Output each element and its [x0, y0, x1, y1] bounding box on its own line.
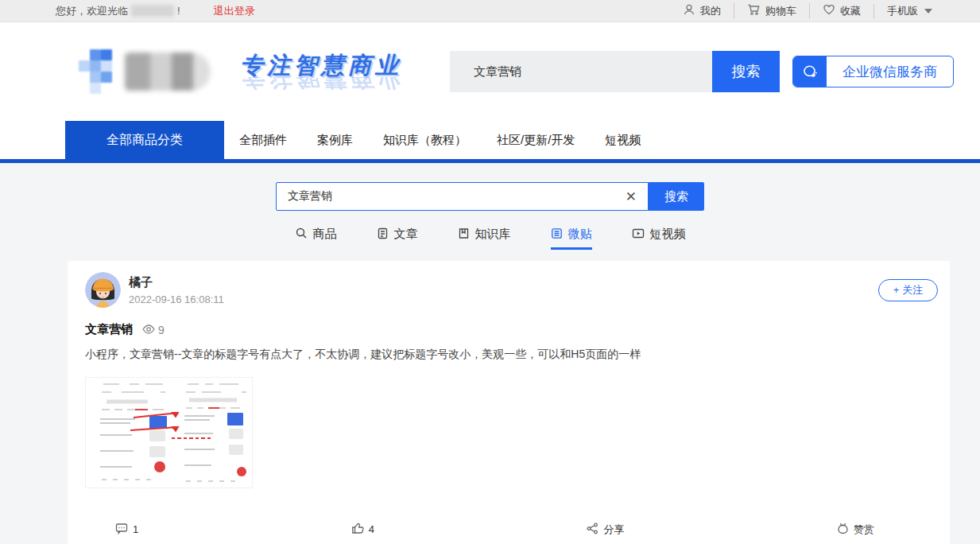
result-search-button[interactable]: 搜索 [649, 182, 704, 211]
wecom-service-badge[interactable]: 企业微信服务商 [792, 56, 954, 87]
clear-search-icon[interactable]: ✕ [614, 188, 648, 205]
cart-link[interactable]: 购物车 [734, 3, 809, 18]
welcome-message: 您好，欢迎光临 ! [56, 4, 180, 18]
post-card: 橘子 2022-09-16 16:08:11 + 关注 文章营销 9 小程序，文… [68, 261, 950, 544]
comment-button[interactable]: 1 [115, 522, 138, 537]
tab-microposts[interactable]: 微贴 [551, 227, 592, 250]
nav-community[interactable]: 社区/更新/开发 [482, 121, 590, 159]
share-button[interactable]: 分享 [587, 522, 624, 537]
post-image-thumbnail[interactable] [85, 377, 253, 488]
nav-cases[interactable]: 案例库 [302, 121, 368, 159]
list-icon [551, 227, 563, 242]
nav-knowledge[interactable]: 知识库（教程） [368, 121, 482, 159]
site-header: 专注智慧商业 专注智慧商业 搜索 企业微信服务商 [0, 22, 980, 121]
avatar[interactable] [85, 272, 121, 308]
book-icon [458, 227, 470, 242]
nav-short-video[interactable]: 短视频 [590, 121, 656, 159]
thumbs-up-icon [351, 522, 364, 537]
share-icon [587, 523, 598, 537]
slogan-reflection: 专注智慧商业 [240, 77, 402, 90]
main-nav: 全部商品分类 全部插件 案例库 知识库（教程） 社区/更新/开发 短视频 [0, 121, 980, 159]
result-search-input[interactable] [277, 190, 614, 203]
content-area: ✕ 搜索 商品 文章 知识库 [0, 163, 980, 544]
welcome-text: 您好，欢迎光临 [56, 4, 128, 18]
header-search-button[interactable]: 搜索 [712, 51, 780, 92]
article-icon [377, 227, 389, 242]
site-logo[interactable] [76, 45, 215, 98]
result-search-row: ✕ 搜索 [0, 182, 980, 211]
blurred-username [131, 5, 174, 17]
logout-link[interactable]: 退出登录 [214, 4, 255, 18]
favorites-link[interactable]: 收藏 [809, 3, 873, 18]
wecom-chat-icon [793, 56, 827, 87]
cart-icon [747, 3, 761, 18]
comment-icon [115, 523, 128, 537]
post-body: 小程序，文章营销--文章的标题字号有点大了，不太协调，建议把标题字号改小，美观一… [85, 345, 938, 363]
video-icon [632, 227, 645, 242]
welcome-suffix: ! [177, 5, 180, 17]
slogan: 专注智慧商业 专注智慧商业 [240, 54, 402, 90]
mobile-version-menu[interactable]: 手机版 [873, 4, 932, 18]
user-icon [683, 3, 695, 18]
reward-pouch-icon [837, 522, 849, 537]
topbar: 您好，欢迎光临 ! 退出登录 我的 购物车 收藏 [0, 0, 980, 22]
view-counter: 9 [142, 324, 165, 336]
header-search: 搜索 [450, 51, 780, 92]
chevron-down-icon [924, 9, 932, 14]
my-account-link[interactable]: 我的 [670, 3, 734, 18]
post-action-bar: 1 4 分享 [85, 522, 938, 544]
like-button[interactable]: 4 [351, 522, 374, 537]
search-icon [295, 227, 308, 242]
post-timestamp: 2022-09-16 16:08:11 [129, 293, 224, 305]
post-title[interactable]: 文章营销 [85, 322, 133, 337]
tab-knowledge[interactable]: 知识库 [458, 227, 511, 250]
post-author[interactable]: 橘子 [129, 275, 224, 290]
logo-pixelated-mark [76, 48, 123, 95]
tab-short-video[interactable]: 短视频 [632, 227, 686, 250]
eye-icon [142, 324, 155, 336]
reward-button[interactable]: 赞赏 [837, 522, 874, 537]
result-tabs: 商品 文章 知识库 微贴 [0, 227, 980, 250]
header-search-input[interactable] [450, 51, 712, 92]
nav-all-categories[interactable]: 全部商品分类 [65, 121, 224, 159]
follow-button[interactable]: + 关注 [878, 279, 938, 301]
heart-icon [823, 3, 835, 18]
tab-articles[interactable]: 文章 [377, 227, 418, 250]
nav-plugins[interactable]: 全部插件 [224, 121, 302, 159]
tab-products[interactable]: 商品 [295, 227, 337, 250]
logo-blurred-text [125, 52, 211, 91]
